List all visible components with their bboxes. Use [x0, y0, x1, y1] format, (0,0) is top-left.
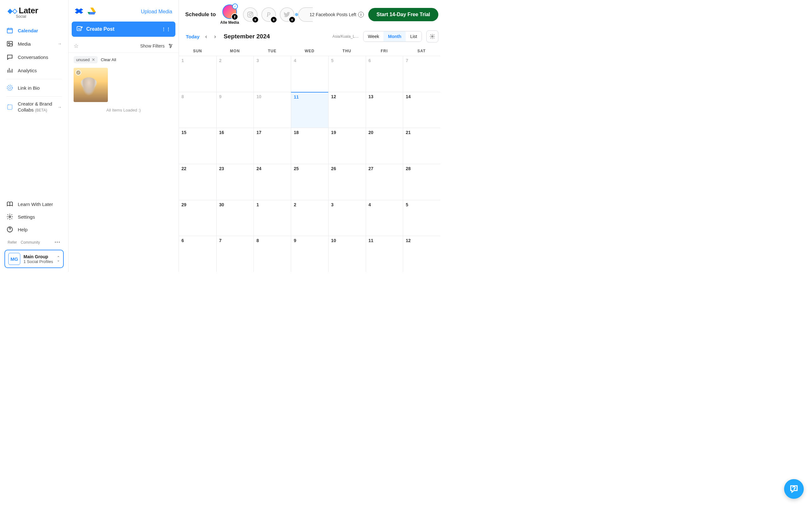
- group-switcher[interactable]: MG Main Group 1 Social Profiles ⌃⌄: [4, 250, 64, 268]
- calendar-cell[interactable]: 15: [179, 128, 216, 164]
- day-number: 7: [406, 58, 438, 63]
- star-icon[interactable]: ☆: [73, 43, 79, 49]
- calendar-cell[interactable]: 28: [403, 164, 440, 200]
- calendar-cell[interactable]: 12: [328, 92, 366, 128]
- sidebar-item-help[interactable]: Help: [6, 223, 62, 236]
- calendar-cell[interactable]: 10: [328, 236, 366, 272]
- calendar-cell[interactable]: 17: [253, 128, 291, 164]
- google-drive-icon[interactable]: [88, 8, 96, 16]
- dow-label: THU: [328, 46, 366, 56]
- calendar-icon: [6, 27, 13, 34]
- loaded-message: All Items Loaded :): [68, 103, 179, 117]
- sidebar-item-settings[interactable]: Settings: [6, 210, 62, 223]
- calendar-cell[interactable]: 6: [366, 56, 403, 92]
- logo-sub: Social: [16, 14, 61, 19]
- calendar-cell[interactable]: 11: [366, 236, 403, 272]
- dropbox-icon[interactable]: [75, 8, 83, 16]
- calendar-cell[interactable]: 4: [291, 56, 328, 92]
- calendar-cell[interactable]: 8: [253, 236, 291, 272]
- calendar-cell[interactable]: 22: [179, 164, 216, 200]
- sidebar-item-media[interactable]: Media →: [6, 37, 62, 50]
- divider: [6, 79, 62, 79]
- calendar-cell[interactable]: 18: [291, 128, 328, 164]
- calendar-cell[interactable]: 9: [291, 236, 328, 272]
- close-icon[interactable]: ✕: [92, 57, 95, 62]
- calendar-cell[interactable]: 27: [366, 164, 403, 200]
- calendar-cell[interactable]: 5: [403, 200, 440, 236]
- calendar-cell[interactable]: 16: [216, 128, 254, 164]
- calendar-cell[interactable]: 2: [291, 200, 328, 236]
- calendar-cell[interactable]: 26: [328, 164, 366, 200]
- timezone-label[interactable]: Asia/Kuala_L…: [333, 34, 359, 39]
- calendar-cell[interactable]: 29: [179, 200, 216, 236]
- clear-all-link[interactable]: Clear All: [101, 57, 116, 62]
- svg-point-11: [170, 47, 171, 48]
- filter-icon[interactable]: [168, 43, 173, 49]
- profile-facebook[interactable]: ✓ f: [222, 4, 237, 19]
- calendar-cell[interactable]: 7: [403, 56, 440, 92]
- select-check-icon[interactable]: ✓: [75, 70, 81, 75]
- calendar-cell[interactable]: 21: [403, 128, 440, 164]
- next-month-button[interactable]: ›: [213, 33, 217, 40]
- calendar-cell[interactable]: 9: [216, 92, 254, 128]
- calendar-cell[interactable]: 10: [253, 92, 291, 128]
- add-icon[interactable]: +: [289, 16, 296, 23]
- add-icon[interactable]: +: [252, 16, 259, 23]
- media-thumbnail[interactable]: ✓: [73, 68, 108, 102]
- info-icon[interactable]: i: [358, 12, 364, 17]
- add-icon[interactable]: +: [270, 16, 277, 23]
- calendar-cell[interactable]: 1: [253, 200, 291, 236]
- sidebar-item-linkinbio[interactable]: Link in Bio: [6, 81, 62, 95]
- calendar-cell[interactable]: 24: [253, 164, 291, 200]
- community-link[interactable]: Community: [20, 240, 40, 245]
- calendar-cell[interactable]: 25: [291, 164, 328, 200]
- view-month[interactable]: Month: [384, 32, 406, 42]
- calendar-cell[interactable]: 20: [366, 128, 403, 164]
- calendar-cell[interactable]: 1: [179, 56, 216, 92]
- calendar-cell[interactable]: 2: [216, 56, 254, 92]
- beta-tag: (BETA): [35, 108, 47, 112]
- calendar-cell[interactable]: 3: [328, 200, 366, 236]
- calendar-cell[interactable]: 11: [291, 92, 328, 128]
- dow-label: WED: [291, 46, 328, 56]
- schedule-to-label: Schedule to: [185, 11, 216, 18]
- active-filters: unused ✕ Clear All: [68, 53, 179, 66]
- calendar-cell[interactable]: 30: [216, 200, 254, 236]
- create-post-button[interactable]: Create Post ⋮⋮: [72, 21, 175, 37]
- calendar-cell[interactable]: 19: [328, 128, 366, 164]
- group-name: Main Group: [23, 254, 53, 259]
- calendar-settings-button[interactable]: [426, 31, 438, 43]
- day-number: 6: [182, 238, 214, 243]
- calendar-cell[interactable]: 13: [366, 92, 403, 128]
- upload-media-link[interactable]: Upload Media: [141, 9, 172, 14]
- calendar-cell[interactable]: 23: [216, 164, 254, 200]
- drag-handle-icon[interactable]: ⋮⋮: [161, 26, 171, 32]
- calendar-header: Today ‹ › September 2024 Asia/Kuala_L… W…: [179, 26, 444, 46]
- calendar-cell[interactable]: 12: [403, 236, 440, 272]
- calendar-cell[interactable]: 7: [216, 236, 254, 272]
- sidebar-item-calendar[interactable]: Calendar: [6, 24, 62, 37]
- calendar-cell[interactable]: 6: [179, 236, 216, 272]
- calendar-cell[interactable]: 4: [366, 200, 403, 236]
- sidebar-item-analytics[interactable]: Analytics: [6, 64, 62, 77]
- today-button[interactable]: Today: [186, 34, 200, 39]
- profile-more[interactable]: [298, 7, 305, 22]
- calendar-cell[interactable]: 8: [179, 92, 216, 128]
- calendar-cell[interactable]: 3: [253, 56, 291, 92]
- calendar-cell[interactable]: 14: [403, 92, 440, 128]
- prev-month-button[interactable]: ‹: [204, 33, 208, 40]
- refer-link[interactable]: Refer: [8, 240, 17, 245]
- profile-pinterest[interactable]: P +: [261, 7, 276, 22]
- filter-chip[interactable]: unused ✕: [73, 56, 98, 63]
- profile-twitter[interactable]: +: [280, 7, 294, 22]
- view-week[interactable]: Week: [363, 32, 384, 42]
- profile-instagram[interactable]: +: [243, 7, 258, 22]
- more-icon[interactable]: •••: [55, 240, 61, 245]
- view-list[interactable]: List: [406, 32, 421, 42]
- sidebar-item-collabs[interactable]: Creator & Brand Collabs (BETA) →: [6, 99, 62, 116]
- sidebar-item-learn[interactable]: Learn With Later: [6, 198, 62, 210]
- calendar-cell[interactable]: 5: [328, 56, 366, 92]
- start-trial-button[interactable]: Start 14-Day Free Trial: [368, 8, 438, 21]
- show-filters-link[interactable]: Show Filters: [140, 43, 165, 49]
- sidebar-item-conversations[interactable]: Conversations: [6, 50, 62, 64]
